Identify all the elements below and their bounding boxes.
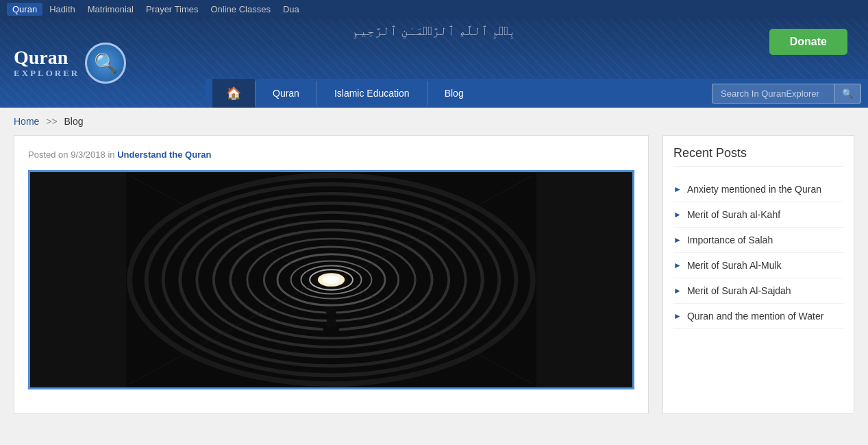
- nav-blog[interactable]: Blog: [427, 81, 481, 106]
- post-category[interactable]: Understand the Quran: [117, 149, 211, 160]
- breadcrumb-sep1: >>: [46, 116, 57, 127]
- sidebar-post-label-2: Merit of Surah al-Kahf: [687, 209, 780, 220]
- logo-quran: Quran: [14, 47, 68, 68]
- sidebar-post-label-1: Anxiety mentioned in the Quran: [687, 184, 821, 195]
- nav-home-button[interactable]: 🏠: [212, 79, 255, 108]
- topnav-matrimonial[interactable]: Matrimonial: [82, 3, 139, 16]
- topnav-prayer-times[interactable]: Prayer Times: [140, 3, 204, 16]
- post-meta: Posted on 9/3/2018 in Understand the Qur…: [28, 149, 634, 160]
- arrow-icon-2: ►: [673, 210, 682, 219]
- sidebar-post-label-5: Merit of Surah Al-Sajdah: [687, 285, 791, 296]
- arrow-icon-3: ►: [673, 235, 682, 245]
- topnav-dua[interactable]: Dua: [277, 3, 305, 16]
- top-navigation: Quran Hadith Matrimonial Prayer Times On…: [0, 0, 868, 19]
- sidebar-post-1[interactable]: ► Anxiety mentioned in the Quran: [673, 177, 843, 202]
- svg-point-16: [323, 276, 340, 284]
- nav-islamic-education[interactable]: Islamic Education: [317, 81, 427, 106]
- search-icon: 🔍: [842, 88, 854, 99]
- search-area: 🔍: [712, 84, 861, 104]
- search-input[interactable]: [712, 84, 835, 104]
- post-pretext: Posted on: [28, 149, 69, 160]
- topnav-online-classes[interactable]: Online Classes: [205, 3, 275, 16]
- breadcrumb: Home >> Blog: [0, 108, 868, 135]
- logo-icon: 🔍: [85, 43, 126, 84]
- post-in: in: [108, 149, 114, 160]
- book-magnifier-icon: 🔍: [94, 52, 118, 75]
- logo-text: Quran EXPLORER: [14, 47, 79, 78]
- home-icon: 🏠: [226, 86, 241, 101]
- sidebar-title: Recent Posts: [673, 146, 843, 167]
- topnav-quran[interactable]: Quran: [7, 3, 42, 16]
- sidebar: Recent Posts ► Anxiety mentioned in the …: [662, 135, 854, 414]
- sidebar-post-label-4: Merit of Surah Al-Mulk: [687, 260, 782, 271]
- arrow-icon-6: ►: [673, 311, 682, 321]
- arabic-bismillah: بِسۡمِ ٱللَّهِ ٱلرَّحۡمَـٰنِ ٱلرَّحِيمِ: [352, 24, 516, 38]
- logo-area: Quran EXPLORER 🔍: [14, 43, 126, 84]
- breadcrumb-blog: Blog: [64, 116, 84, 127]
- breadcrumb-home[interactable]: Home: [14, 116, 39, 127]
- main-navigation: 🏠 Quran Islamic Education Blog 🔍: [206, 79, 868, 108]
- sidebar-post-5[interactable]: ► Merit of Surah Al-Sajdah: [673, 278, 843, 304]
- sidebar-post-6[interactable]: ► Quran and the mention of Water: [673, 304, 843, 329]
- site-header: بِسۡمِ ٱللَّهِ ٱلرَّحۡمَـٰنِ ٱلرَّحِيمِ …: [0, 19, 868, 108]
- arrow-icon-5: ►: [673, 286, 682, 296]
- search-button[interactable]: 🔍: [835, 84, 861, 104]
- content-area: Posted on 9/3/2018 in Understand the Qur…: [0, 135, 868, 428]
- sidebar-post-label-6: Quran and the mention of Water: [687, 311, 823, 322]
- sidebar-post-2[interactable]: ► Merit of Surah al-Kahf: [673, 202, 843, 228]
- post-date: 9/3/2018: [71, 149, 106, 160]
- arrow-icon-1: ►: [673, 184, 682, 194]
- tunnel-illustration: [30, 172, 632, 387]
- topnav-hadith[interactable]: Hadith: [44, 3, 81, 16]
- sidebar-post-label-3: Importance of Salah: [687, 234, 773, 245]
- article-area: Posted on 9/3/2018 in Understand the Qur…: [14, 135, 649, 414]
- arrow-icon-4: ►: [673, 261, 682, 270]
- logo-explorer: EXPLORER: [14, 69, 79, 78]
- donate-button[interactable]: Donate: [769, 29, 847, 55]
- article-featured-image: [28, 170, 634, 389]
- sidebar-post-4[interactable]: ► Merit of Surah Al-Mulk: [673, 253, 843, 278]
- nav-quran[interactable]: Quran: [255, 81, 317, 106]
- sidebar-post-3[interactable]: ► Importance of Salah: [673, 228, 843, 253]
